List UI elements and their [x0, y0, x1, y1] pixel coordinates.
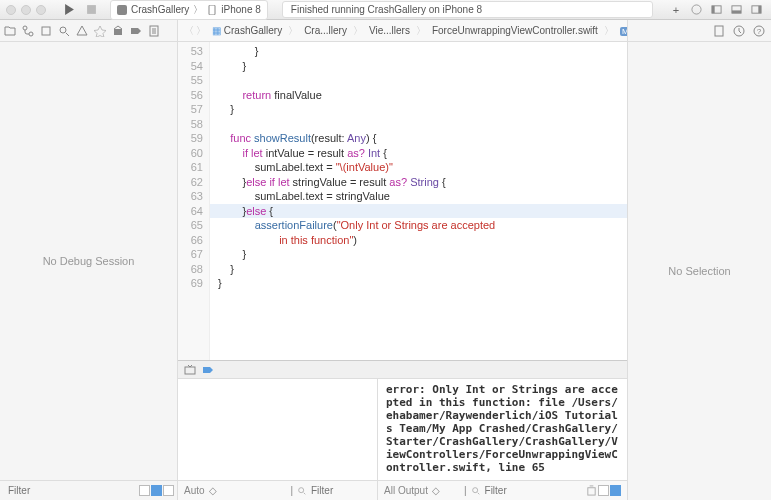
svg-rect-0 — [87, 5, 96, 14]
debug-area: error: Only Int or Strings are accepted … — [178, 360, 627, 500]
symbol-nav-icon[interactable] — [40, 25, 52, 37]
filter-icon — [471, 486, 481, 496]
svg-rect-9 — [758, 6, 761, 13]
stop-button[interactable] — [82, 2, 100, 18]
navigator-filter — [0, 480, 177, 500]
hide-debug-icon[interactable] — [184, 364, 196, 376]
zoom-window[interactable] — [36, 5, 46, 15]
variables-view[interactable] — [178, 379, 378, 480]
debug-session-message: No Debug Session — [0, 42, 177, 480]
svg-point-13 — [60, 27, 66, 33]
report-nav-icon[interactable] — [148, 25, 160, 37]
main-toolbar: CrashGallery 〉 iPhone 8 Finished running… — [0, 0, 771, 20]
project-nav-icon[interactable] — [4, 25, 16, 37]
device-icon — [207, 5, 217, 15]
history-inspector-icon[interactable] — [733, 25, 745, 37]
svg-rect-2 — [209, 5, 215, 15]
editor-area: 〈 〉 ▦ CrashGallery 〉 Cra...llery 〉 Vie..… — [178, 20, 627, 500]
svg-text:?: ? — [757, 27, 762, 36]
jump-project[interactable]: ▦ CrashGallery — [208, 24, 286, 37]
console-output[interactable]: error: Only Int or Strings are accepted … — [378, 379, 627, 480]
toggle-bottom-panel[interactable] — [727, 2, 745, 18]
activity-status: Finished running CrashGallery on iPhone … — [282, 1, 653, 18]
breakpoint-nav-icon[interactable] — [130, 25, 142, 37]
variables-filter-bar: Auto ◇ | — [178, 481, 378, 500]
svg-rect-22 — [185, 367, 195, 374]
find-nav-icon[interactable] — [58, 25, 70, 37]
jump-file[interactable]: ForceUnwrappingViewController.swift — [428, 24, 602, 37]
help-inspector-icon[interactable]: ? — [753, 25, 765, 37]
jump-folder[interactable]: Cra...llery — [300, 24, 351, 37]
svg-point-24 — [472, 487, 477, 492]
code-content[interactable]: } } return finalValue } func showResult(… — [210, 42, 627, 360]
svg-rect-1 — [117, 5, 127, 15]
navigator-filter-input[interactable] — [8, 485, 135, 496]
inspector-selector: ? — [628, 20, 771, 42]
forward-button[interactable]: 〉 — [196, 24, 206, 38]
navigator-selector — [0, 20, 177, 42]
jump-group[interactable]: Vie...llers — [365, 24, 414, 37]
svg-rect-5 — [711, 6, 714, 13]
app-icon — [117, 5, 127, 15]
add-button[interactable]: + — [667, 2, 685, 18]
scheme-app-label: CrashGallery — [131, 4, 189, 15]
scheme-selector[interactable]: CrashGallery 〉 iPhone 8 — [110, 0, 268, 20]
console-filter-bar: All Output ◇ | — [378, 481, 627, 500]
debug-toolbar — [178, 361, 627, 379]
window-controls — [6, 5, 46, 15]
svg-rect-14 — [114, 29, 122, 35]
vars-filter-input[interactable] — [311, 485, 371, 496]
scheme-device-label: iPhone 8 — [221, 4, 260, 15]
jump-bar[interactable]: 〈 〉 ▦ CrashGallery 〉 Cra...llery 〉 Vie..… — [178, 20, 627, 42]
no-selection-message: No Selection — [628, 42, 771, 500]
line-gutter: 5354555657585960616263646566676869 — [178, 42, 210, 360]
svg-rect-7 — [731, 10, 740, 13]
navigator-panel: No Debug Session — [0, 20, 178, 500]
file-inspector-icon[interactable] — [713, 25, 725, 37]
clear-console-icon[interactable] — [586, 485, 597, 496]
svg-rect-25 — [588, 488, 595, 495]
svg-rect-12 — [42, 27, 50, 35]
toggle-right-panel[interactable] — [747, 2, 765, 18]
issue-nav-icon[interactable] — [76, 25, 88, 37]
debug-nav-icon[interactable] — [112, 25, 124, 37]
svg-point-11 — [29, 32, 33, 36]
library-button[interactable] — [687, 2, 705, 18]
run-button[interactable] — [60, 2, 78, 18]
toggle-left-panel[interactable] — [707, 2, 725, 18]
svg-rect-26 — [715, 26, 723, 36]
breakpoints-toggle-icon[interactable] — [202, 364, 214, 376]
console-filter-input[interactable] — [485, 485, 545, 496]
test-nav-icon[interactable] — [94, 25, 106, 37]
filter-toggle-1[interactable] — [139, 485, 150, 496]
inspector-panel: ? No Selection — [627, 20, 771, 500]
source-control-icon[interactable] — [22, 25, 34, 37]
back-button[interactable]: 〈 — [184, 24, 194, 38]
filter-icon — [297, 486, 307, 496]
source-editor[interactable]: 5354555657585960616263646566676869 } } r… — [178, 42, 627, 360]
svg-point-10 — [23, 26, 27, 30]
svg-point-23 — [299, 487, 304, 492]
output-selector[interactable]: All Output — [384, 485, 428, 496]
auto-selector[interactable]: Auto — [184, 485, 205, 496]
show-vars-toggle[interactable] — [598, 485, 609, 496]
svg-point-3 — [691, 5, 700, 14]
close-window[interactable] — [6, 5, 16, 15]
show-console-toggle[interactable] — [610, 485, 621, 496]
minimize-window[interactable] — [21, 5, 31, 15]
filter-toggle-2[interactable] — [151, 485, 162, 496]
filter-toggle-3[interactable] — [163, 485, 174, 496]
